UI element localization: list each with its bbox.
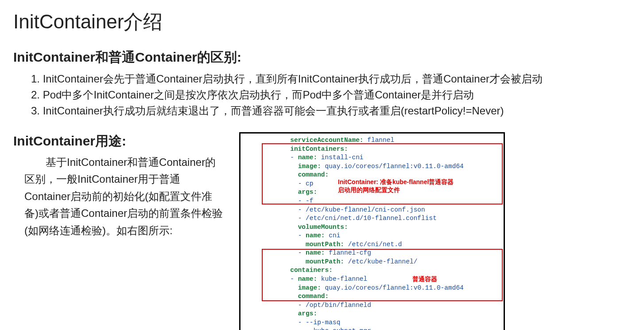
list-item: 3. InitContainer执行成功后就结束退出了，而普通容器可能会一直执行…	[31, 103, 631, 119]
code-line: mountPath: /etc/kube-flannel/	[241, 258, 504, 267]
code-line: - name: install-cni	[241, 153, 504, 162]
code-line: initContainers:	[241, 145, 504, 154]
section1-heading: InitContainer和普通Container的区别:	[13, 48, 631, 67]
code-line: - /etc/cni/net.d/10-flannel.conflist	[241, 214, 504, 223]
code-line: - -f	[241, 197, 504, 206]
code-line: args:	[241, 188, 504, 197]
code-line: mountPath: /etc/cni/net.d	[241, 240, 504, 249]
section2-heading: InitContainer用途:	[13, 132, 226, 150]
code-line: image: quay.io/coreos/flannel:v0.11.0-am…	[241, 162, 504, 171]
yaml-code-block: InitContainer: 准备kube-flannel普通容器启动用的网络配…	[239, 132, 505, 330]
code-line: - name: cni	[241, 232, 504, 240]
code-line: - --ip-masq	[241, 318, 504, 327]
slide-title: InitContainer介绍	[13, 9, 631, 35]
code-line: - name: flannel-cfg	[241, 249, 504, 258]
code-line: command:	[241, 171, 504, 180]
section2-body: 基于InitContainer和普通Container的区别，一般InitCon…	[13, 154, 226, 239]
code-line: args:	[241, 310, 504, 318]
section1-list: 1. InitContainer会先于普通Container启动执行，直到所有I…	[13, 71, 631, 119]
code-line: - /etc/kube-flannel/cni-conf.json	[241, 206, 504, 215]
code-line: command:	[241, 292, 504, 301]
code-line: - /opt/bin/flanneld	[241, 301, 504, 310]
code-line: containers:	[241, 266, 504, 275]
code-line: - --kube-subnet-mgr	[241, 327, 504, 330]
code-line: image: quay.io/coreos/flannel:v0.11.0-am…	[241, 284, 504, 293]
list-item: 1. InitContainer会先于普通Container启动执行，直到所有I…	[31, 71, 631, 87]
code-line: - cp	[241, 180, 504, 189]
list-item: 2. Pod中多个InitContainer之间是按次序依次启动执行，而Pod中…	[31, 87, 631, 103]
code-line: serviceAccountName: flannel	[241, 136, 504, 145]
code-line: volumeMounts:	[241, 223, 504, 232]
code-line: - name: kube-flannel	[241, 275, 504, 284]
